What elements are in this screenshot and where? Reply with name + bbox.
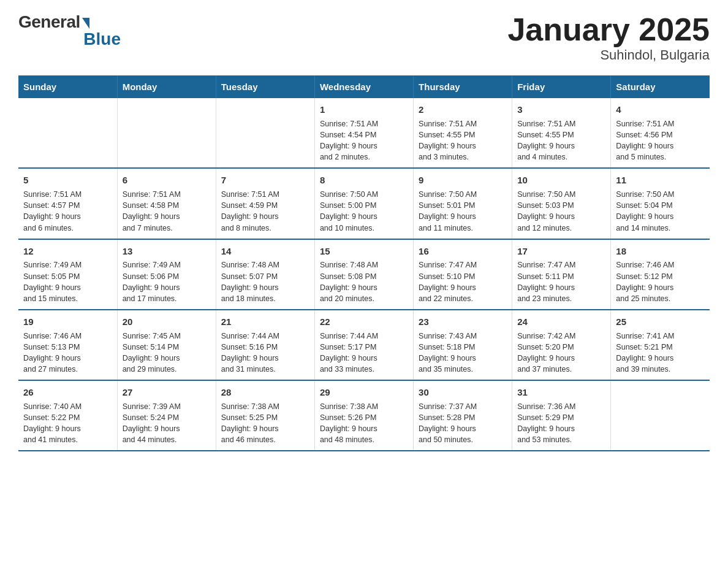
calendar-cell: 15Sunrise: 7:48 AMSunset: 5:08 PMDayligh… — [314, 239, 413, 310]
calendar-cell: 3Sunrise: 7:51 AMSunset: 4:55 PMDaylight… — [512, 98, 611, 168]
calendar-cell: 25Sunrise: 7:41 AMSunset: 5:21 PMDayligh… — [611, 310, 710, 380]
calendar-cell: 4Sunrise: 7:51 AMSunset: 4:56 PMDaylight… — [611, 98, 710, 168]
calendar-subtitle: Suhindol, Bulgaria — [507, 47, 710, 63]
day-number: 12 — [23, 245, 112, 258]
calendar-cell: 30Sunrise: 7:37 AMSunset: 5:28 PMDayligh… — [414, 380, 512, 451]
day-info: Sunrise: 7:51 AMSunset: 4:56 PMDaylight:… — [616, 118, 705, 163]
calendar-cell: 11Sunrise: 7:50 AMSunset: 5:04 PMDayligh… — [611, 168, 710, 239]
day-info: Sunrise: 7:50 AMSunset: 5:03 PMDaylight:… — [517, 189, 605, 234]
calendar-week-row: 19Sunrise: 7:46 AMSunset: 5:13 PMDayligh… — [18, 310, 710, 380]
day-number: 8 — [320, 174, 408, 187]
calendar-cell: 13Sunrise: 7:49 AMSunset: 5:06 PMDayligh… — [117, 239, 216, 310]
day-info: Sunrise: 7:44 AMSunset: 5:17 PMDaylight:… — [320, 331, 408, 375]
weekday-header-row: SundayMondayTuesdayWednesdayThursdayFrid… — [18, 75, 710, 98]
day-info: Sunrise: 7:48 AMSunset: 5:07 PMDaylight:… — [221, 259, 309, 304]
day-info: Sunrise: 7:43 AMSunset: 5:18 PMDaylight:… — [419, 331, 507, 375]
day-number: 18 — [616, 245, 705, 258]
calendar-table: SundayMondayTuesdayWednesdayThursdayFrid… — [18, 75, 710, 451]
day-number: 30 — [419, 386, 507, 399]
day-info: Sunrise: 7:51 AMSunset: 4:54 PMDaylight:… — [320, 118, 408, 163]
calendar-cell: 18Sunrise: 7:46 AMSunset: 5:12 PMDayligh… — [611, 239, 710, 310]
day-number: 24 — [517, 315, 605, 329]
day-number: 14 — [221, 245, 309, 258]
logo-blue-text: Blue — [83, 29, 121, 49]
calendar-cell: 28Sunrise: 7:38 AMSunset: 5:25 PMDayligh… — [216, 380, 314, 451]
weekday-header-friday: Friday — [512, 75, 611, 98]
day-info: Sunrise: 7:50 AMSunset: 5:01 PMDaylight:… — [419, 189, 507, 234]
day-info: Sunrise: 7:51 AMSunset: 4:55 PMDaylight:… — [517, 118, 605, 163]
day-info: Sunrise: 7:39 AMSunset: 5:24 PMDaylight:… — [123, 401, 211, 446]
day-number: 1 — [320, 103, 408, 117]
calendar-cell: 16Sunrise: 7:47 AMSunset: 5:10 PMDayligh… — [414, 239, 512, 310]
day-number: 3 — [517, 103, 605, 117]
day-number: 11 — [616, 174, 705, 187]
calendar-cell: 10Sunrise: 7:50 AMSunset: 5:03 PMDayligh… — [512, 168, 611, 239]
day-number: 13 — [123, 245, 211, 258]
title-block: January 2025 Suhindol, Bulgaria — [507, 12, 710, 63]
day-number: 17 — [517, 245, 605, 258]
day-info: Sunrise: 7:46 AMSunset: 5:12 PMDaylight:… — [616, 259, 705, 304]
weekday-header-thursday: Thursday — [414, 75, 512, 98]
day-number: 5 — [23, 174, 112, 187]
day-number: 15 — [320, 245, 408, 258]
day-info: Sunrise: 7:46 AMSunset: 5:13 PMDaylight:… — [23, 331, 112, 375]
calendar-week-row: 12Sunrise: 7:49 AMSunset: 5:05 PMDayligh… — [18, 239, 710, 310]
day-number: 23 — [419, 315, 507, 329]
calendar-week-row: 5Sunrise: 7:51 AMSunset: 4:57 PMDaylight… — [18, 168, 710, 239]
calendar-cell: 1Sunrise: 7:51 AMSunset: 4:54 PMDaylight… — [314, 98, 413, 168]
day-info: Sunrise: 7:42 AMSunset: 5:20 PMDaylight:… — [517, 331, 605, 375]
day-info: Sunrise: 7:47 AMSunset: 5:10 PMDaylight:… — [419, 259, 507, 304]
day-info: Sunrise: 7:49 AMSunset: 5:05 PMDaylight:… — [23, 259, 112, 304]
day-info: Sunrise: 7:51 AMSunset: 4:58 PMDaylight:… — [123, 189, 211, 234]
calendar-title: January 2025 — [507, 12, 710, 47]
logo-arrow-icon — [82, 18, 89, 29]
day-number: 9 — [419, 174, 507, 187]
calendar-cell: 21Sunrise: 7:44 AMSunset: 5:16 PMDayligh… — [216, 310, 314, 380]
day-info: Sunrise: 7:36 AMSunset: 5:29 PMDaylight:… — [517, 401, 605, 446]
day-info: Sunrise: 7:45 AMSunset: 5:14 PMDaylight:… — [123, 331, 211, 375]
day-info: Sunrise: 7:50 AMSunset: 5:00 PMDaylight:… — [320, 189, 408, 234]
weekday-header-wednesday: Wednesday — [314, 75, 413, 98]
day-number: 21 — [221, 315, 309, 329]
calendar-cell: 14Sunrise: 7:48 AMSunset: 5:07 PMDayligh… — [216, 239, 314, 310]
calendar-cell: 17Sunrise: 7:47 AMSunset: 5:11 PMDayligh… — [512, 239, 611, 310]
day-number: 6 — [123, 174, 211, 187]
day-number: 19 — [23, 315, 112, 329]
day-number: 10 — [517, 174, 605, 187]
day-info: Sunrise: 7:44 AMSunset: 5:16 PMDaylight:… — [221, 331, 309, 375]
calendar-cell: 9Sunrise: 7:50 AMSunset: 5:01 PMDaylight… — [414, 168, 512, 239]
weekday-header-saturday: Saturday — [611, 75, 710, 98]
calendar-cell: 29Sunrise: 7:38 AMSunset: 5:26 PMDayligh… — [314, 380, 413, 451]
day-number: 2 — [419, 103, 507, 117]
day-info: Sunrise: 7:50 AMSunset: 5:04 PMDaylight:… — [616, 189, 705, 234]
day-info: Sunrise: 7:47 AMSunset: 5:11 PMDaylight:… — [517, 259, 605, 304]
calendar-cell: 31Sunrise: 7:36 AMSunset: 5:29 PMDayligh… — [512, 380, 611, 451]
day-info: Sunrise: 7:51 AMSunset: 4:59 PMDaylight:… — [221, 189, 309, 234]
day-number: 22 — [320, 315, 408, 329]
day-number: 25 — [616, 315, 705, 329]
calendar-cell — [216, 98, 314, 168]
page-header: General General Blue January 2025 Suhind… — [18, 12, 710, 63]
calendar-cell: 27Sunrise: 7:39 AMSunset: 5:24 PMDayligh… — [117, 380, 216, 451]
calendar-cell: 6Sunrise: 7:51 AMSunset: 4:58 PMDaylight… — [117, 168, 216, 239]
day-info: Sunrise: 7:48 AMSunset: 5:08 PMDaylight:… — [320, 259, 408, 304]
calendar-cell: 7Sunrise: 7:51 AMSunset: 4:59 PMDaylight… — [216, 168, 314, 239]
day-info: Sunrise: 7:49 AMSunset: 5:06 PMDaylight:… — [123, 259, 211, 304]
calendar-week-row: 26Sunrise: 7:40 AMSunset: 5:22 PMDayligh… — [18, 380, 710, 451]
calendar-cell: 12Sunrise: 7:49 AMSunset: 5:05 PMDayligh… — [18, 239, 117, 310]
day-number: 4 — [616, 103, 705, 117]
calendar-week-row: 1Sunrise: 7:51 AMSunset: 4:54 PMDaylight… — [18, 98, 710, 168]
day-number: 27 — [123, 386, 211, 399]
day-info: Sunrise: 7:51 AMSunset: 4:57 PMDaylight:… — [23, 189, 112, 234]
logo: General General Blue — [18, 12, 121, 49]
day-info: Sunrise: 7:37 AMSunset: 5:28 PMDaylight:… — [419, 401, 507, 446]
day-number: 16 — [419, 245, 507, 258]
calendar-cell: 23Sunrise: 7:43 AMSunset: 5:18 PMDayligh… — [414, 310, 512, 380]
day-number: 29 — [320, 386, 408, 399]
calendar-cell — [611, 380, 710, 451]
weekday-header-monday: Monday — [117, 75, 216, 98]
calendar-cell — [117, 98, 216, 168]
day-info: Sunrise: 7:38 AMSunset: 5:26 PMDaylight:… — [320, 401, 408, 446]
day-info: Sunrise: 7:40 AMSunset: 5:22 PMDaylight:… — [23, 401, 112, 446]
calendar-cell: 24Sunrise: 7:42 AMSunset: 5:20 PMDayligh… — [512, 310, 611, 380]
